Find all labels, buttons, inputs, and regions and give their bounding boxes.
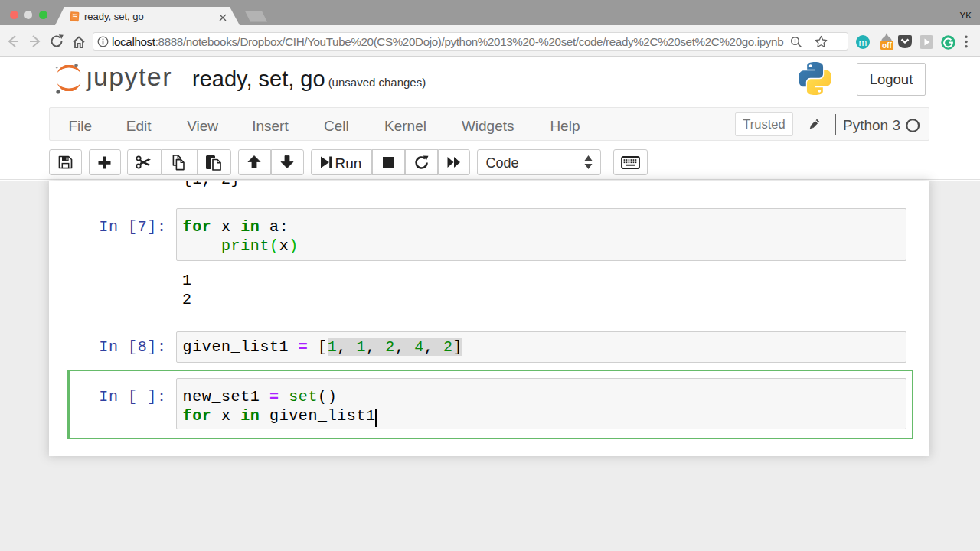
svg-text:off: off xyxy=(882,41,892,50)
svg-text:m: m xyxy=(859,37,867,48)
